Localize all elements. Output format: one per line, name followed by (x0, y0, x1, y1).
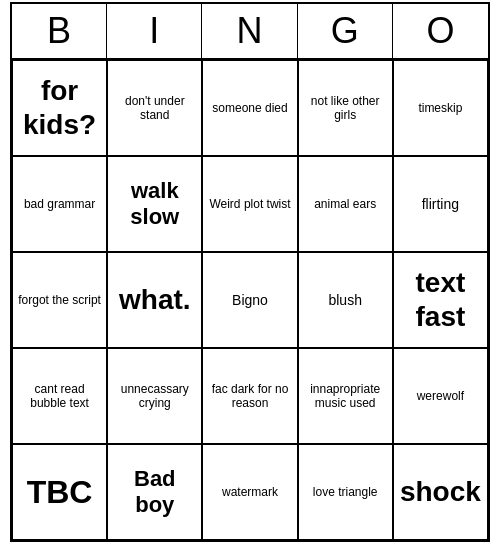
bingo-cell-0: for kids? (12, 60, 107, 156)
bingo-cell-6: walk slow (107, 156, 202, 252)
bingo-cell-19: werewolf (393, 348, 488, 444)
bingo-cell-text-0: for kids? (17, 74, 102, 141)
bingo-cell-18: innapropriate music used (298, 348, 393, 444)
bingo-cell-text-1: don't under stand (112, 94, 197, 123)
bingo-cell-text-16: unnecassary crying (112, 382, 197, 411)
bingo-cell-10: forgot the script (12, 252, 107, 348)
bingo-cell-text-23: love triangle (313, 485, 378, 499)
bingo-cell-15: cant read bubble text (12, 348, 107, 444)
bingo-cell-text-11: what. (119, 283, 191, 317)
bingo-card: BINGO for kids?don't under standsomeone … (10, 2, 490, 542)
bingo-cell-text-24: shock (400, 475, 481, 509)
bingo-cell-text-20: TBC (27, 473, 93, 511)
bingo-cell-1: don't under stand (107, 60, 202, 156)
bingo-cell-text-2: someone died (212, 101, 287, 115)
bingo-cell-22: watermark (202, 444, 297, 540)
header-letter-i: I (107, 4, 202, 58)
bingo-cell-text-15: cant read bubble text (17, 382, 102, 411)
bingo-cell-13: blush (298, 252, 393, 348)
bingo-cell-text-12: Bigno (232, 292, 268, 309)
bingo-cell-9: flirting (393, 156, 488, 252)
bingo-cell-text-5: bad grammar (24, 197, 95, 211)
bingo-cell-11: what. (107, 252, 202, 348)
bingo-grid: for kids?don't under standsomeone diedno… (12, 60, 488, 540)
bingo-cell-text-6: walk slow (112, 178, 197, 231)
header-letter-b: B (12, 4, 107, 58)
header-letter-n: N (202, 4, 297, 58)
bingo-cell-3: not like other girls (298, 60, 393, 156)
bingo-cell-text-10: forgot the script (18, 293, 101, 307)
bingo-cell-text-14: text fast (398, 266, 483, 333)
bingo-cell-7: Weird plot twist (202, 156, 297, 252)
bingo-cell-text-4: timeskip (418, 101, 462, 115)
bingo-cell-23: love triangle (298, 444, 393, 540)
bingo-cell-text-18: innapropriate music used (303, 382, 388, 411)
bingo-cell-text-3: not like other girls (303, 94, 388, 123)
bingo-cell-21: Bad boy (107, 444, 202, 540)
bingo-cell-14: text fast (393, 252, 488, 348)
bingo-cell-12: Bigno (202, 252, 297, 348)
bingo-cell-24: shock (393, 444, 488, 540)
bingo-cell-text-19: werewolf (417, 389, 464, 403)
bingo-cell-text-21: Bad boy (112, 466, 197, 519)
bingo-cell-text-7: Weird plot twist (209, 197, 290, 211)
header-letter-o: O (393, 4, 488, 58)
bingo-cell-text-17: fac dark for no reason (207, 382, 292, 411)
bingo-cell-17: fac dark for no reason (202, 348, 297, 444)
header-letter-g: G (298, 4, 393, 58)
bingo-cell-20: TBC (12, 444, 107, 540)
bingo-cell-text-9: flirting (422, 196, 459, 213)
bingo-cell-5: bad grammar (12, 156, 107, 252)
bingo-cell-4: timeskip (393, 60, 488, 156)
bingo-cell-text-8: animal ears (314, 197, 376, 211)
bingo-cell-2: someone died (202, 60, 297, 156)
bingo-cell-8: animal ears (298, 156, 393, 252)
bingo-cell-16: unnecassary crying (107, 348, 202, 444)
bingo-header: BINGO (12, 4, 488, 60)
bingo-cell-text-22: watermark (222, 485, 278, 499)
bingo-cell-text-13: blush (328, 292, 361, 309)
